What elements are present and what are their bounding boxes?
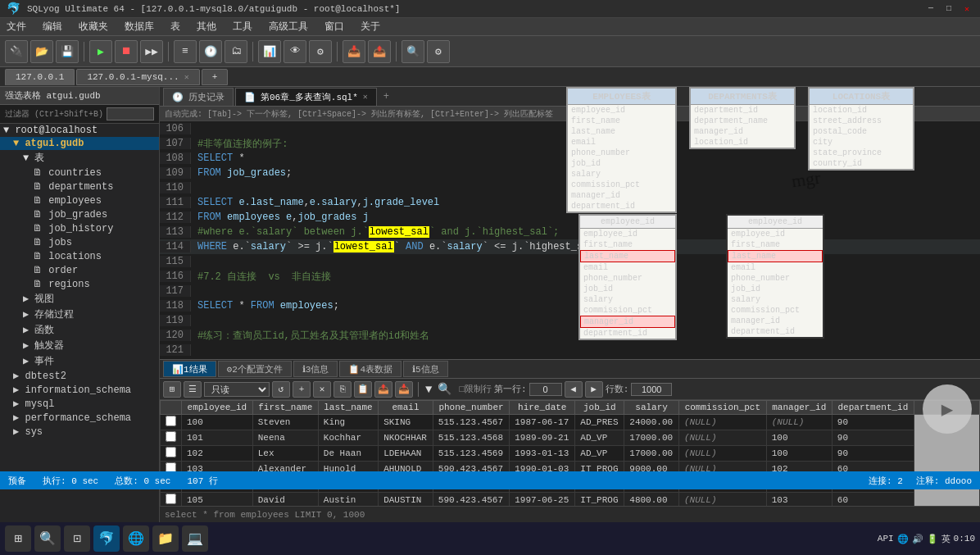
tree-information-schema[interactable]: ▶ information_schema: [0, 383, 159, 397]
table-row[interactable]: 102LexDe HaanLDEHAAN515.123.45691993-01-…: [161, 446, 980, 462]
tab-sql-close[interactable]: ✕: [363, 92, 368, 102]
menu-database[interactable]: 数据库: [121, 18, 157, 35]
table-designer-button[interactable]: 📊: [258, 40, 281, 63]
new-conn-button[interactable]: 🔌: [5, 40, 28, 63]
menu-tools[interactable]: 工具: [229, 18, 256, 35]
task-view-button[interactable]: ⊡: [64, 525, 90, 552]
filter-input[interactable]: [107, 107, 154, 121]
schema-button[interactable]: 🗂: [225, 40, 247, 63]
tree-mysql[interactable]: ▶ mysql: [0, 397, 159, 411]
settings-button[interactable]: ⚙: [427, 40, 450, 63]
conn-tab-2-close[interactable]: ✕: [184, 72, 189, 82]
sqlyog-task-button[interactable]: 🐬: [93, 525, 120, 552]
row-checkbox[interactable]: [166, 416, 176, 426]
refresh-button[interactable]: ↺: [272, 381, 290, 398]
conn-tab-1[interactable]: 127.0.0.1: [5, 69, 75, 85]
sidebar-item-employees[interactable]: 🗎 employees: [0, 193, 159, 207]
results-tab-1[interactable]: 📊 1结果: [163, 361, 216, 377]
menu-other[interactable]: 其他: [193, 18, 220, 35]
rows-input[interactable]: [631, 383, 672, 396]
line-code-114[interactable]: WHERE e.`salary` >= j.`lowest_sal` AND e…: [191, 241, 606, 252]
th-department-id[interactable]: department_id: [832, 401, 914, 415]
sidebar-item-order[interactable]: 🗎 order: [0, 263, 159, 277]
import-button[interactable]: 📥: [395, 381, 413, 398]
files-task-button[interactable]: 📁: [152, 525, 179, 552]
open-button[interactable]: 📂: [30, 40, 53, 63]
menu-favorites[interactable]: 收藏夹: [75, 18, 111, 35]
menu-file[interactable]: 文件: [3, 18, 29, 35]
minimize-button[interactable]: ─: [924, 2, 937, 16]
menu-advanced[interactable]: 高级工具: [265, 18, 311, 35]
paste-button[interactable]: 📋: [354, 381, 372, 398]
tree-procs-group[interactable]: ▶ 存储过程: [0, 307, 159, 322]
line-code-111[interactable]: SELECT e.last_name,e.salary,j.grade_leve…: [191, 197, 439, 208]
stop-button[interactable]: ⏹: [115, 40, 138, 63]
tree-dbtest2[interactable]: ▶ dbtest2: [0, 369, 159, 383]
th-hire-date[interactable]: hire_date: [510, 401, 575, 415]
menu-table[interactable]: 表: [167, 18, 184, 35]
conn-tab-add[interactable]: +: [202, 69, 229, 85]
table-row[interactable]: 100StevenKingSKING515.123.45671987-06-17…: [161, 415, 980, 430]
th-commission-pct[interactable]: commission_pct: [678, 401, 766, 415]
th-manager-id[interactable]: manager_id: [766, 401, 832, 415]
th-job-id[interactable]: job_id: [575, 401, 624, 415]
row-checkbox[interactable]: [166, 447, 176, 457]
line-code-107[interactable]: #非等值连接的例子:: [191, 137, 288, 151]
sidebar-item-job-grades[interactable]: 🗎 job_grades: [0, 207, 159, 221]
execute-button[interactable]: ▶: [89, 40, 112, 63]
sidebar-item-jobs[interactable]: 🗎 jobs: [0, 235, 159, 249]
sidebar-item-departments[interactable]: 🗎 departments: [0, 180, 159, 193]
tree-events-group[interactable]: ▶ 事件: [0, 353, 159, 369]
conn-tab-2[interactable]: 127.0.0.1-mysq... ✕: [76, 69, 199, 85]
sql-editor[interactable]: 106 107 #非等值连接的例子: 108 SELECT *: [160, 121, 980, 359]
tab-sql-file[interactable]: 📄 第06章_多表查询.sql* ✕: [235, 88, 377, 106]
line-code-116[interactable]: #7.2 自连接 vs 非自连接: [191, 270, 331, 284]
th-phone-number[interactable]: phone_number: [433, 401, 509, 415]
tree-funcs-group[interactable]: ▶ 函数: [0, 322, 159, 338]
tree-sys[interactable]: ▶ sys: [0, 425, 159, 439]
tree-root[interactable]: ▼ root@localhost: [0, 124, 159, 137]
table-row[interactable]: 105DavidAustinDAUSTIN590.423.45671997-06…: [161, 493, 980, 507]
results-tab-5[interactable]: ℹ 5信息: [403, 361, 448, 377]
next-button[interactable]: ▶: [585, 381, 603, 398]
add-row-button[interactable]: +: [293, 381, 311, 398]
start-button[interactable]: ⊞: [5, 525, 31, 552]
menu-help[interactable]: 关于: [357, 18, 383, 35]
edit-mode-select[interactable]: 只读 编辑: [204, 382, 270, 397]
menu-edit[interactable]: 编辑: [39, 18, 66, 35]
grid-view-button[interactable]: ⊞: [163, 381, 181, 398]
copy-button[interactable]: ⎘: [333, 381, 352, 398]
sidebar-item-regions[interactable]: 🗎 regions: [0, 277, 159, 291]
form-view-button[interactable]: ☰: [184, 381, 202, 398]
search-task-button[interactable]: 🔍: [34, 525, 61, 552]
line-code-120[interactable]: #练习：查询员工id,员工姓名及其管理者的id和姓名: [191, 329, 429, 343]
line-code-108[interactable]: SELECT *: [191, 152, 245, 164]
results-tab-3[interactable]: ℹ 3信息: [293, 361, 338, 377]
sidebar-item-countries[interactable]: 🗎 countries: [0, 166, 159, 180]
tree-tables-group[interactable]: ▼ 表: [0, 150, 159, 166]
th-first-name[interactable]: first_name: [252, 401, 318, 415]
terminal-task-button[interactable]: 💻: [182, 525, 208, 552]
line-code-113[interactable]: #where e.`salary` between j.`lowest_sal`…: [191, 226, 559, 238]
tree-db-atgui[interactable]: ▼ atgui.gudb: [0, 137, 159, 150]
row-checkbox[interactable]: [166, 431, 176, 442]
view-button[interactable]: 👁: [284, 40, 306, 63]
results-tab-4[interactable]: 📋 4表数据: [339, 361, 402, 377]
line-code-118[interactable]: SELECT * FROM employees;: [191, 300, 339, 312]
format-button[interactable]: ≡: [174, 40, 197, 63]
browser-task-button[interactable]: 🌐: [123, 525, 149, 552]
th-salary[interactable]: salary: [624, 401, 679, 415]
export-button[interactable]: 📤: [374, 381, 392, 398]
results-tab-2[interactable]: ⚙ 2个配置文件: [218, 361, 292, 377]
close-button[interactable]: ✕: [960, 2, 973, 16]
delete-row-button[interactable]: ✕: [313, 381, 331, 398]
tab-add-button[interactable]: +: [379, 89, 394, 104]
line-code-112[interactable]: FROM employees e,job_grades j: [191, 212, 369, 223]
media-play-button[interactable]: ▶: [923, 384, 972, 434]
export-button[interactable]: 📤: [368, 40, 391, 63]
execute-all-button[interactable]: ▶▶: [140, 40, 163, 63]
menu-window[interactable]: 窗口: [321, 18, 347, 35]
table-row[interactable]: 101NeenaKochharNKOCHHAR515.123.45681989-…: [161, 430, 980, 446]
row-checkbox[interactable]: [166, 494, 176, 504]
line-code-109[interactable]: FROM job_grades;: [191, 167, 292, 179]
